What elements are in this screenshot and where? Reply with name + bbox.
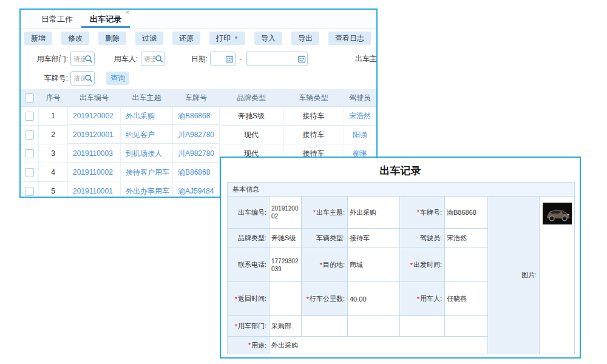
delete-button[interactable]: 删除	[98, 32, 126, 45]
cell-plate-link[interactable]: 渝B86868	[173, 107, 220, 125]
row-checkbox[interactable]	[25, 187, 34, 196]
basic-info-section-header: 基本信息	[227, 182, 575, 197]
vtype-label: 车辆类型:	[302, 229, 347, 248]
cell-plate-link[interactable]: 渝AJ59484	[173, 182, 220, 198]
cell-code-link[interactable]: 2019120001	[68, 126, 121, 144]
import-button[interactable]: 导入	[254, 32, 282, 45]
cell-plate-link[interactable]: 川A982780	[173, 126, 220, 144]
date-from-input[interactable]	[210, 52, 236, 66]
depart-time-value	[445, 248, 487, 281]
plate-label: *车牌号:	[400, 197, 444, 228]
code-label: 出车编号:	[228, 197, 269, 228]
export-button[interactable]: 导出	[291, 32, 319, 45]
row-checkbox[interactable]	[25, 168, 34, 177]
cell-plate-link[interactable]: 川A982780	[173, 144, 220, 163]
view-log-button[interactable]: 查看日志	[328, 32, 371, 45]
empty-cell	[445, 316, 487, 336]
toolbar: 新增 修改 删除 过滤 还原 打印 ▼ 导入 导出 查看日志	[21, 29, 376, 48]
cell-subject-link[interactable]: 外出采购	[121, 107, 173, 125]
car-photo[interactable]	[543, 203, 572, 224]
row-checkbox[interactable]	[25, 149, 34, 158]
return-time-value	[270, 282, 301, 315]
cell-seq: 1	[39, 107, 68, 126]
cell-code-link[interactable]: 2019110002	[68, 163, 121, 181]
close-icon[interactable]: ×	[126, 9, 129, 16]
select-all-checkbox[interactable]	[25, 93, 34, 103]
search-icon[interactable]	[84, 55, 93, 63]
col-header-subject: 出车主题	[121, 89, 173, 107]
cell-code-link[interactable]: 2019120002	[68, 107, 121, 125]
plate-filter-label: 车牌号:	[21, 71, 68, 86]
cell-code-link[interactable]: 2019110001	[68, 182, 121, 198]
mileage-label: *行车公里数:	[302, 282, 347, 315]
tab-dispatch-records[interactable]: 出车记录 ×	[81, 10, 130, 28]
depart-time-label: *出发时间:	[400, 248, 444, 281]
table-row: 1 2019120002 外出采购 渝B86868 奔驰S级 接待车 宋浩然	[21, 107, 376, 126]
dept-label: *用车部门:	[228, 316, 269, 336]
query-button[interactable]: 查询	[106, 72, 129, 85]
dispatch-record-detail-dialog: 出车记录 基本信息 出车编号: 2019120002 *出车主题: 外出采购 *…	[220, 157, 581, 359]
destination-label: *目的地:	[302, 248, 347, 281]
mileage-value: 40.00	[348, 282, 399, 315]
dept-filter-select[interactable]	[70, 52, 95, 66]
cell-vtype: 接待车	[283, 126, 344, 144]
print-button[interactable]: 打印 ▼	[209, 32, 245, 45]
edit-button[interactable]: 修改	[61, 32, 89, 45]
empty-cell	[400, 316, 444, 336]
col-header-code: 出车编号	[68, 89, 121, 107]
vtype-value: 接待车	[348, 229, 399, 248]
date-to-input[interactable]	[246, 52, 308, 66]
return-time-label: *返回时间:	[228, 282, 269, 315]
user-filter-label: 用车人:	[100, 52, 138, 66]
dept-filter-label: 用车部门:	[21, 52, 68, 66]
row-checkbox[interactable]	[25, 130, 34, 140]
plate-value: 渝B86868	[445, 197, 487, 228]
driver-value: 宋浩然	[445, 229, 487, 248]
filter-button[interactable]: 过滤	[135, 32, 163, 45]
tab-daily-work[interactable]: 日常工作	[33, 10, 81, 28]
image-label: 图片:	[488, 197, 539, 354]
cell-subject-link[interactable]: 到机场接人	[121, 144, 173, 163]
date-range-separator: -	[239, 52, 242, 66]
subject-value: 外出采购	[348, 197, 399, 228]
search-icon[interactable]	[155, 55, 163, 63]
plate-filter-select[interactable]	[70, 71, 95, 86]
cell-driver-link[interactable]: 宋浩然	[344, 107, 376, 126]
destination-value: 商城	[348, 248, 399, 281]
car-user-value: 任晓燕	[445, 282, 487, 315]
detail-form: 出车编号: 2019120002 *出车主题: 外出采购 *车牌号: 渝B868…	[227, 196, 575, 354]
subject-filter-label: 出车主题:	[355, 52, 378, 66]
cell-seq: 4	[39, 163, 68, 182]
user-filter-select[interactable]	[141, 52, 165, 66]
dialog-title: 出车记录	[221, 164, 580, 178]
col-header-brand: 品牌类型	[220, 89, 283, 107]
empty-cell	[348, 316, 399, 336]
row-checkbox[interactable]	[25, 112, 34, 121]
cell-subject-link[interactable]: 接待客户用车	[121, 163, 173, 181]
table-row: 2 2019120001 约见客户 川A982780 现代 接待车 阳强	[21, 126, 376, 144]
tab-bar: 日常工作 出车记录 ×	[21, 10, 376, 29]
cell-seq: 5	[39, 182, 68, 198]
calendar-icon[interactable]	[297, 55, 306, 63]
cell-code-link[interactable]: 2019110003	[68, 144, 121, 163]
dept-value: 采购部	[270, 316, 301, 336]
phone-label: 联系电话:	[228, 248, 269, 281]
calendar-icon[interactable]	[225, 55, 234, 63]
cell-subject-link[interactable]: 外出办事用车	[121, 182, 173, 198]
purpose-value: 外出采购	[270, 337, 487, 354]
date-filter-label: 日期:	[169, 52, 208, 66]
restore-button[interactable]: 还原	[172, 32, 200, 45]
filter-panel: 用车部门: 用车人: 日期: - 出车主题:	[21, 48, 376, 89]
cell-subject-link[interactable]: 约见客户	[121, 126, 173, 144]
phone-value: 17729302039	[270, 248, 301, 281]
cell-plate-link[interactable]: 渝B86868	[173, 163, 220, 181]
empty-cell	[302, 316, 347, 336]
col-header-seq: 序号	[39, 89, 68, 107]
table-header-row: 序号 出车编号 出车主题 车牌号 品牌类型 车辆类型 驾驶员	[21, 89, 376, 107]
add-button[interactable]: 新增	[24, 32, 52, 45]
cell-seq: 3	[39, 144, 68, 163]
driver-label: 驾驶员:	[400, 229, 444, 248]
cell-driver-link[interactable]: 阳强	[344, 126, 376, 144]
search-icon[interactable]	[84, 74, 93, 83]
cell-brand: 现代	[220, 126, 283, 144]
